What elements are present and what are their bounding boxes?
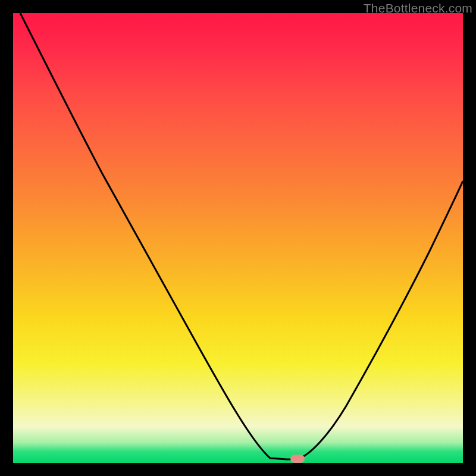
watermark-text: TheBottleneck.com [364, 1, 472, 15]
plot-area [13, 13, 463, 463]
curve-right-limb [298, 181, 463, 459]
optimal-marker [290, 455, 305, 463]
bottleneck-curve [13, 13, 463, 463]
curve-left-limb [20, 13, 298, 459]
chart-frame: TheBottleneck.com [0, 0, 476, 476]
